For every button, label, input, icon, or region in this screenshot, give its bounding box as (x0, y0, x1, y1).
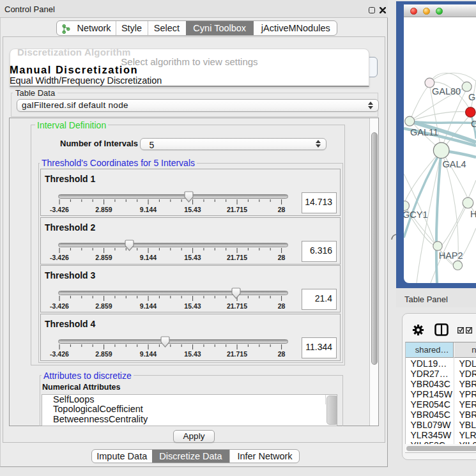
svg-text:GAL4: GAL4 (443, 159, 466, 169)
svg-text:GCY1: GCY1 (404, 210, 428, 220)
svg-text:GAL80: GAL80 (432, 86, 461, 96)
svg-text:G…: G… (468, 92, 476, 102)
svg-text:C…: C… (471, 119, 476, 129)
svg-text:GAL11: GAL11 (410, 127, 438, 137)
svg-text:H: H (470, 209, 476, 219)
svg-text:HAP2: HAP2 (439, 250, 463, 261)
